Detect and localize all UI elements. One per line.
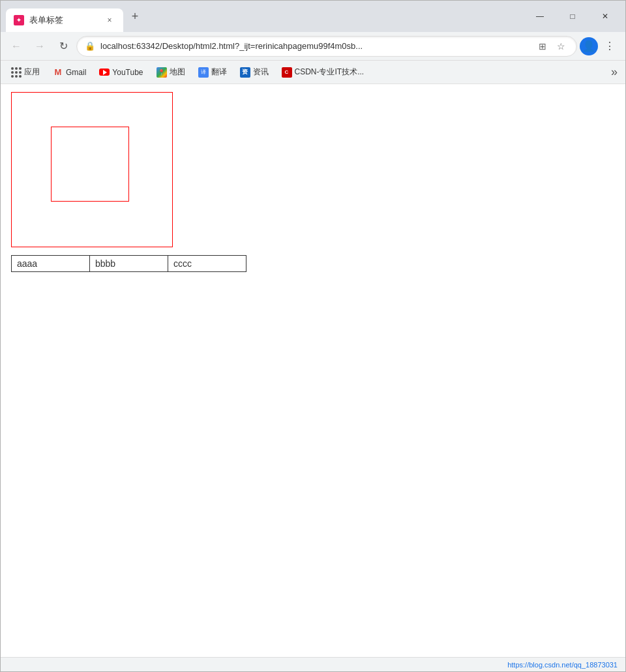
bookmark-news[interactable]: 资 资讯 — [235, 64, 274, 80]
back-button[interactable]: ← — [6, 36, 27, 57]
status-url: https://blog.csdn.net/qq_18873031 — [507, 661, 618, 669]
page-inner: aaaa bbbb cccc — [1, 84, 625, 280]
bookmark-csdn-label: CSDN-专业IT技术... — [295, 67, 365, 78]
more-menu-button[interactable]: ⋮ — [599, 36, 620, 57]
tab-area: ✦ 表单标签 × + — [6, 1, 525, 32]
bookmark-star-icon[interactable]: ☆ — [553, 38, 569, 54]
translate-page-icon[interactable]: ⊞ — [535, 38, 550, 54]
bookmark-youtube[interactable]: YouTube — [94, 65, 148, 80]
bookmark-news-label: 资讯 — [253, 67, 269, 78]
lock-icon: 🔒 — [85, 41, 95, 51]
browser-window: ✦ 表单标签 × + — □ ✕ ← → ↻ 🔒 localhost:63342… — [0, 0, 626, 672]
address-text: localhost:63342/Desktop/html2.html?_ijt=… — [100, 41, 529, 51]
address-bar[interactable]: 🔒 localhost:63342/Desktop/html2.html?_ij… — [76, 36, 577, 57]
navigation-bar: ← → ↻ 🔒 localhost:63342/Desktop/html2.ht… — [1, 32, 625, 61]
back-icon: ← — [11, 40, 22, 52]
title-bar: ✦ 表单标签 × + — □ ✕ — [1, 1, 625, 32]
bookmark-translate-label: 翻译 — [211, 67, 227, 78]
table-cell-aaaa[interactable]: aaaa — [12, 256, 90, 272]
window-controls: — □ ✕ — [525, 6, 620, 27]
news-icon: 资 — [240, 67, 250, 78]
refresh-icon: ↻ — [59, 40, 68, 52]
apps-icon — [11, 67, 22, 78]
youtube-icon — [99, 67, 110, 78]
tab-close-button[interactable]: × — [104, 14, 115, 26]
translate-icon: 译 — [198, 67, 209, 78]
nav-right-icons: 👤 ⋮ — [580, 36, 620, 57]
gmail-icon: M — [53, 67, 63, 78]
address-icons: ⊞ ☆ — [535, 38, 569, 54]
bookmarks-bar: 应用 M Gmail YouTube 📍 地图 译 — [1, 61, 625, 84]
status-bar: https://blog.csdn.net/qq_18873031 — [1, 657, 625, 671]
bookmark-maps[interactable]: 📍 地图 — [151, 64, 190, 80]
page-content: aaaa bbbb cccc — [1, 84, 625, 657]
bookmarks-more-button[interactable]: » — [608, 64, 620, 80]
table-cell-bbbb[interactable]: bbbb — [90, 256, 168, 272]
maximize-button[interactable]: □ — [558, 6, 588, 27]
outer-box — [11, 92, 173, 247]
more-icon: ⋮ — [604, 40, 615, 52]
tab-favicon: ✦ — [14, 15, 24, 25]
bookmark-csdn[interactable]: C CSDN-专业IT技术... — [276, 64, 370, 80]
table-container: aaaa bbbb cccc — [11, 255, 615, 272]
forward-button[interactable]: → — [29, 36, 50, 57]
refresh-button[interactable]: ↻ — [53, 36, 74, 57]
maps-icon: 📍 — [156, 67, 167, 78]
account-icon: 👤 — [582, 40, 595, 52]
bookmark-gmail-label: Gmail — [66, 68, 86, 77]
active-tab[interactable]: ✦ 表单标签 × — [6, 8, 123, 32]
minimize-button[interactable]: — — [525, 6, 555, 27]
bookmark-gmail[interactable]: M Gmail — [48, 65, 91, 80]
bookmark-maps-label: 地图 — [170, 67, 185, 78]
bookmark-apps-label: 应用 — [24, 67, 40, 78]
inner-box — [51, 127, 129, 202]
form-table: aaaa bbbb cccc — [11, 255, 246, 272]
account-button[interactable]: 👤 — [580, 37, 598, 55]
table-cell-cccc[interactable]: cccc — [168, 256, 246, 272]
new-tab-button[interactable]: + — [126, 7, 144, 25]
bookmark-translate[interactable]: 译 翻译 — [193, 64, 232, 80]
bookmark-apps[interactable]: 应用 — [6, 64, 45, 80]
forward-icon: → — [35, 40, 45, 52]
table-row: aaaa bbbb cccc — [12, 256, 246, 272]
tab-title: 表单标签 — [29, 14, 98, 26]
bookmark-youtube-label: YouTube — [112, 68, 143, 77]
csdn-icon: C — [282, 67, 292, 78]
close-button[interactable]: ✕ — [590, 6, 620, 27]
